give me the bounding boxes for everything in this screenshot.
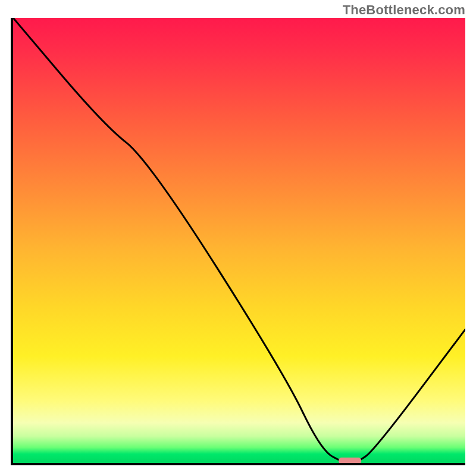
chart-overlay [13,18,465,463]
optimal-marker [339,458,361,463]
bottleneck-curve [13,18,465,463]
svg-rect-0 [339,458,361,463]
plot-area [11,18,465,465]
chart-container: TheBottleneck.com [0,0,476,476]
watermark-text: TheBottleneck.com [343,2,465,18]
